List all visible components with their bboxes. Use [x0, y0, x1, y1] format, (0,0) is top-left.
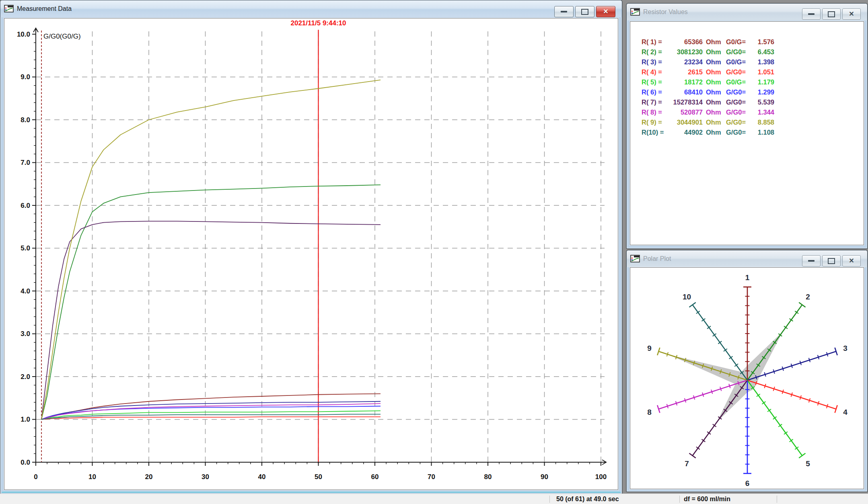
y-tick-label: 3.0: [21, 330, 30, 338]
series-curve-r4: [41, 417, 381, 419]
polar-axis-label-9: 9: [647, 344, 652, 352]
resistance-value: 3044901: [668, 117, 703, 127]
ratio-label: G/G0=: [721, 107, 748, 117]
polar-axis-endcap: [799, 302, 805, 307]
polar-axis-label-4: 4: [843, 408, 847, 416]
resistance-unit: Ohm: [703, 67, 721, 77]
close-icon: ✕: [849, 258, 854, 264]
resistance-value: 520877: [668, 107, 703, 117]
resistor-row: R( 3) =23234OhmG0/G=1.398: [642, 57, 860, 67]
resistor-row: R(10) =44902OhmG/G0=1.108: [642, 127, 860, 137]
polar-axis-label-2: 2: [806, 293, 810, 301]
close-icon: ✕: [849, 11, 854, 17]
polar-axis-label-7: 7: [685, 459, 689, 468]
ratio-label: G0/G=: [721, 77, 748, 87]
x-tick-label: 10: [88, 473, 96, 481]
maximize-button[interactable]: [575, 6, 594, 17]
resistor-row: R( 8) =520877OhmG/G0=1.344: [642, 107, 860, 117]
polar-axis-endcap: [799, 453, 805, 458]
resistance-value: 15278314: [668, 97, 703, 107]
resistance-unit: Ohm: [703, 127, 721, 137]
window-controls: ✕: [802, 8, 861, 20]
line-chart[interactable]: 01020304050607080901000.01.02.03.04.05.0…: [4, 18, 618, 490]
close-button[interactable]: ✕: [596, 6, 615, 17]
polar-axis-label-8: 8: [647, 408, 652, 416]
ratio-value: 1.179: [748, 77, 774, 87]
resistance-value: 68410: [668, 87, 703, 97]
resistor-row: R( 2) =3081230OhmG/G0=6.453: [642, 47, 860, 57]
resistor-list-area: R( 1) =65366OhmG0/G=1.576R( 2) =3081230O…: [630, 21, 864, 245]
polar-plot-area: 12345678910: [630, 267, 864, 489]
resistor-label: R( 1) =: [642, 37, 668, 47]
maximize-button[interactable]: [822, 255, 841, 266]
resistance-unit: Ohm: [703, 117, 721, 127]
resistance-value: 18172: [668, 77, 703, 87]
status-bar: 50 (of 61) at 49.0 sec df = 600 ml/min: [0, 494, 868, 504]
window-title: Resistor Values: [643, 8, 688, 16]
y-tick-label: 8.0: [21, 116, 30, 124]
x-tick-label: 0: [34, 473, 37, 481]
y-tick-label: 6.0: [21, 202, 30, 209]
status-separator: [679, 496, 680, 503]
minimize-button[interactable]: [802, 8, 821, 20]
ratio-label: G/G0=: [721, 87, 748, 97]
ratio-value: 1.051: [748, 67, 774, 77]
resistor-label: R( 2) =: [642, 47, 668, 57]
resistance-unit: Ohm: [703, 87, 721, 97]
resistance-value: 65366: [668, 37, 703, 47]
window-title: Polar Plot: [643, 255, 671, 262]
resistor-row: R( 1) =65366OhmG0/G=1.576: [642, 37, 860, 47]
y-tick-label: 7.0: [21, 159, 30, 166]
ratio-label: G/G0=: [721, 67, 748, 77]
resistance-unit: Ohm: [703, 77, 721, 87]
chart-window-icon: [4, 5, 14, 13]
status-separator: [777, 496, 777, 503]
resistor-label: R(10) =: [642, 127, 668, 137]
resistance-unit: Ohm: [703, 107, 721, 117]
polar-axis-endcap: [689, 302, 696, 307]
polar-axis-label-1: 1: [745, 273, 750, 282]
close-button[interactable]: ✕: [842, 8, 861, 20]
resistance-value: 23234: [668, 57, 703, 67]
minimize-icon: [561, 11, 567, 12]
resistor-label: R( 9) =: [642, 117, 668, 127]
close-button[interactable]: ✕: [842, 255, 861, 266]
polar-axis-endcap: [689, 453, 696, 458]
chart-window-icon: [630, 8, 640, 16]
maximize-button[interactable]: [822, 8, 841, 20]
y-tick-label: 9.0: [21, 73, 30, 81]
resistor-label: R( 5) =: [642, 77, 668, 87]
minimize-icon: [808, 13, 815, 15]
x-tick-label: 100: [595, 473, 607, 481]
x-tick-label: 50: [315, 473, 322, 481]
minimize-button[interactable]: [802, 255, 821, 266]
window-title: Measurement Data: [17, 5, 72, 12]
y-tick-label: 10.0: [17, 31, 30, 38]
y-tick-label: 4.0: [21, 287, 30, 295]
status-flow-rate: df = 600 ml/min: [684, 494, 730, 504]
measurement-title-bar[interactable]: Measurement Data: [0, 0, 622, 17]
ratio-label: G0/G=: [721, 37, 748, 47]
measurement-data-window: Measurement Data ✕ 010203040506070809010…: [0, 0, 622, 494]
resistor-label: R( 4) =: [642, 67, 668, 77]
y-tick-label: 1.0: [21, 416, 30, 423]
minimize-icon: [808, 260, 815, 262]
resistor-label: R( 3) =: [642, 57, 668, 67]
minimize-button[interactable]: [554, 6, 574, 17]
ratio-value: 5.539: [748, 97, 774, 107]
polar-axis-label-5: 5: [806, 459, 810, 468]
ratio-value: 1.344: [748, 107, 774, 117]
window-controls: ✕: [554, 6, 615, 17]
y-tick-label: 0.0: [21, 459, 30, 466]
y-tick-label: 2.0: [21, 373, 30, 381]
x-tick-label: 80: [484, 473, 492, 481]
close-icon: ✕: [603, 8, 608, 15]
y-axis-title: G/G0(G0/G): [43, 33, 81, 40]
ratio-value: 1.299: [748, 87, 774, 97]
y-tick-label: 5.0: [21, 244, 30, 252]
resistance-value: 44902: [668, 127, 703, 137]
ratio-value: 1.108: [748, 127, 774, 137]
radar-value-polygon: [669, 332, 783, 422]
resistor-list: R( 1) =65366OhmG0/G=1.576R( 2) =3081230O…: [642, 37, 860, 137]
chart-window-icon: [630, 255, 640, 263]
